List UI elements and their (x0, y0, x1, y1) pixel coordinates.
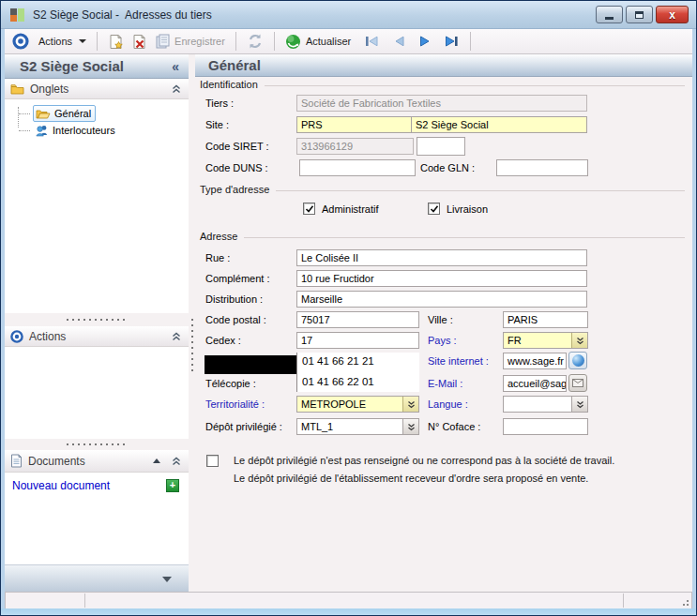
langue-label[interactable]: Langue : (428, 398, 468, 410)
rue-label: Rue : (205, 252, 230, 263)
ville-label: Ville : (428, 314, 453, 325)
site-internet-label[interactable]: Site internet : (428, 355, 489, 367)
administratif-checkbox[interactable] (303, 203, 315, 215)
email-label[interactable]: E-Mail : (428, 378, 462, 389)
depot-warning-checkbox[interactable] (206, 455, 219, 467)
actions-menu-label: Actions (38, 36, 72, 47)
sidebar-resize-handle[interactable] (189, 54, 195, 592)
panel-splitter[interactable] (5, 313, 189, 326)
add-document-button[interactable]: + (166, 479, 179, 492)
actions-menu-button[interactable]: Actions (35, 31, 90, 53)
onglets-panel-header[interactable]: Onglets (5, 79, 189, 99)
arrow-up-icon[interactable] (153, 458, 160, 463)
status-bar (5, 592, 692, 608)
site-code-field[interactable]: PRS (296, 116, 412, 133)
coface-field[interactable] (503, 418, 588, 435)
chevron-down-icon (162, 577, 172, 582)
target-icon (12, 33, 29, 50)
code-postal-label: Code postal : (205, 314, 266, 325)
telecopie-field[interactable]: 01 41 66 22 01 (302, 376, 374, 387)
code-siret-field: 313966129 (296, 138, 414, 155)
save-button[interactable]: Enregistrer (151, 31, 229, 53)
code-duns-field[interactable] (299, 159, 416, 176)
actions-panel-header[interactable]: Actions (5, 326, 189, 347)
code-postal-field[interactable]: 75017 (296, 311, 419, 328)
resize-grip[interactable] (680, 597, 689, 607)
code-duns-label: Code DUNS : (205, 162, 268, 173)
territorialite-value: METROPOLE (301, 398, 366, 410)
cedex-field[interactable]: 17 (296, 332, 419, 349)
sidebar-header: S2 Siège Social « (5, 54, 189, 79)
depot-warning-line2: Le dépôt privilégié de l'établissement r… (234, 473, 588, 484)
email-field[interactable]: accueil@sag (503, 375, 567, 392)
sidebar-overflow-bar[interactable] (5, 564, 189, 592)
nav-next-icon[interactable] (414, 31, 436, 53)
nav-last-icon[interactable] (440, 31, 463, 53)
type-adresse-group-title: Type d'adresse (200, 184, 269, 195)
code-gln-field[interactable] (496, 159, 588, 176)
save-icon (155, 34, 170, 49)
documents-panel-header[interactable]: Documents (5, 450, 189, 473)
refresh-button[interactable] (243, 31, 267, 53)
rue-field[interactable]: Le Colisée II (296, 249, 587, 266)
maximize-button[interactable] (626, 6, 653, 23)
adresse-group-title: Adresse (200, 231, 237, 242)
globe-icon (572, 354, 584, 367)
ville-field[interactable]: PARIS (503, 311, 588, 328)
site-name-field[interactable]: S2 Siège Social (411, 116, 587, 133)
livraison-checkbox[interactable] (428, 203, 440, 215)
depot-privilegie-label: Dépôt privilégié : (205, 421, 282, 432)
app-window: S2 Siège Social - Adresses du tiers x Ac… (0, 0, 697, 616)
identification-group-header: Identification (200, 79, 685, 90)
complement-field[interactable]: 10 rue Fructidor (296, 270, 587, 287)
folder-open-icon (36, 108, 51, 119)
dropdown-chevrons-icon[interactable] (571, 397, 587, 412)
nav-first-icon[interactable] (360, 31, 384, 53)
dropdown-chevrons-icon[interactable] (571, 333, 587, 348)
send-email-button[interactable] (568, 374, 587, 392)
nouveau-document-link[interactable]: Nouveau document (12, 479, 166, 492)
panel-splitter[interactable] (5, 439, 189, 450)
nav-previous-icon[interactable] (387, 31, 410, 53)
code-siret-extra-field[interactable] (417, 137, 465, 156)
title-bar: S2 Siège Social - Adresses du tiers x (1, 1, 696, 29)
minimize-button[interactable] (596, 6, 623, 23)
depot-privilegie-combo[interactable]: MTL_1 (296, 418, 419, 435)
pays-combo[interactable]: FR (503, 332, 588, 349)
distribution-field[interactable]: Marseille (296, 291, 587, 308)
territorialite-combo[interactable]: METROPOLE (296, 396, 419, 413)
collapse-chevrons-icon[interactable] (172, 84, 181, 94)
minimize-icon (605, 17, 614, 20)
dropdown-chevrons-icon[interactable] (402, 397, 418, 412)
telephone-field[interactable]: 01 41 66 21 21 (302, 355, 374, 367)
new-document-icon (108, 34, 124, 50)
mail-icon (572, 379, 583, 387)
sidebar-item-general[interactable]: Général (16, 105, 189, 122)
site-internet-field[interactable]: www.sage.fr (503, 353, 567, 369)
actualiser-button[interactable]: Actualiser (281, 31, 355, 53)
collapse-chevrons-icon[interactable] (172, 332, 181, 341)
close-button[interactable]: x (656, 6, 689, 23)
general-form: Identification Tiers : Société de Fabric… (195, 77, 692, 592)
coface-label: N° Coface : (428, 421, 480, 432)
open-website-button[interactable] (568, 352, 587, 369)
sidebar-collapse-icon[interactable]: « (172, 59, 179, 74)
territorialite-label[interactable]: Territorialité : (205, 398, 265, 410)
delete-record-button[interactable] (128, 31, 151, 53)
adresse-group-header: Adresse (200, 231, 685, 242)
tiers-field: Société de Fabrication Textiles (296, 95, 587, 112)
chevron-down-icon (79, 39, 86, 43)
sidebar-title: S2 Siège Social (20, 58, 172, 74)
app-logo-icon (10, 8, 25, 23)
langue-combo[interactable] (503, 396, 588, 413)
sidebar-item-interlocuteurs[interactable]: Interlocuteurs (16, 122, 189, 139)
livraison-label: Livraison (447, 203, 488, 215)
cedex-label: Cedex : (205, 335, 241, 346)
collapse-chevrons-icon[interactable] (172, 457, 181, 466)
type-adresse-group-header: Type d'adresse (200, 184, 685, 195)
distribution-label: Distribution : (205, 293, 263, 305)
actualiser-label: Actualiser (306, 36, 351, 47)
dropdown-chevrons-icon[interactable] (402, 419, 418, 434)
new-record-button[interactable] (104, 31, 128, 53)
pays-label[interactable]: Pays : (428, 335, 457, 346)
